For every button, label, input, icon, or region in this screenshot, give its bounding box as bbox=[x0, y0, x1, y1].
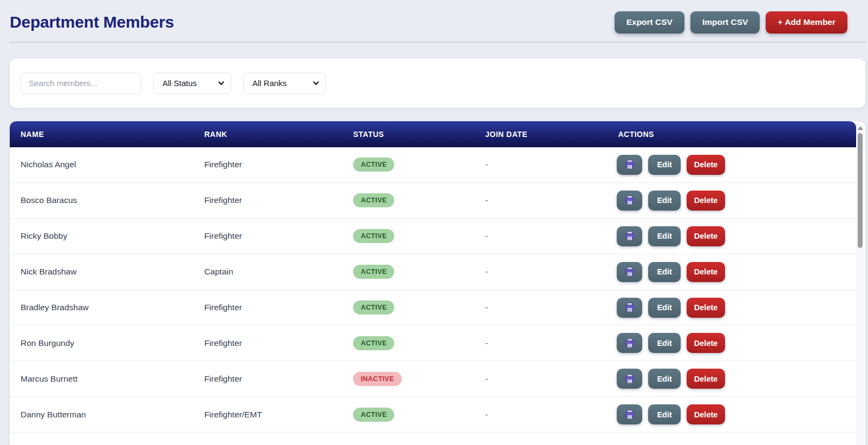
delete-button[interactable]: Delete bbox=[687, 369, 726, 389]
delete-button[interactable]: Delete bbox=[687, 262, 726, 282]
column-header-name: NAME bbox=[10, 130, 193, 139]
status-select-value: All Status bbox=[162, 78, 197, 88]
member-status-cell: ACTIVE bbox=[342, 300, 474, 315]
member-rank: Captain bbox=[193, 267, 342, 277]
printer-icon bbox=[624, 409, 635, 420]
row-actions: Edit Delete bbox=[607, 298, 856, 318]
column-header-join-date: JOIN DATE bbox=[474, 130, 607, 139]
print-button[interactable] bbox=[617, 369, 642, 389]
row-actions: Edit Delete bbox=[607, 226, 856, 246]
chevron-down-icon bbox=[218, 81, 224, 86]
print-button[interactable] bbox=[617, 262, 642, 282]
status-select[interactable]: All Status bbox=[153, 73, 231, 94]
page-header: Department Members Export CSV Import CSV… bbox=[10, 11, 865, 34]
member-rank: Firefighter bbox=[193, 338, 342, 348]
filter-bar: All Status All Ranks bbox=[10, 58, 865, 108]
print-button[interactable] bbox=[617, 333, 642, 353]
status-badge: ACTIVE bbox=[353, 158, 394, 172]
table-row: Bosco Baracus Firefighter ACTIVE - Edit … bbox=[10, 183, 856, 219]
status-badge: ACTIVE bbox=[353, 229, 394, 243]
column-header-status: STATUS bbox=[342, 130, 474, 139]
print-button[interactable] bbox=[617, 404, 642, 424]
member-join-date: - bbox=[474, 410, 607, 420]
row-actions: Edit Delete bbox=[607, 404, 856, 424]
member-status-cell: ACTIVE bbox=[342, 229, 474, 243]
export-csv-button[interactable]: Export CSV bbox=[615, 11, 684, 34]
print-button[interactable] bbox=[617, 226, 642, 246]
member-rank: Firefighter bbox=[193, 160, 342, 169]
member-name: Bosco Baracus bbox=[10, 195, 193, 205]
edit-button[interactable]: Edit bbox=[648, 404, 680, 424]
edit-button[interactable]: Edit bbox=[648, 262, 680, 282]
scroll-up-arrow-icon[interactable] bbox=[858, 126, 863, 130]
import-csv-button[interactable]: Import CSV bbox=[690, 11, 760, 34]
member-join-date: - bbox=[474, 303, 607, 312]
delete-button[interactable]: Delete bbox=[687, 333, 726, 353]
edit-button[interactable]: Edit bbox=[648, 155, 680, 175]
status-badge: ACTIVE bbox=[353, 265, 394, 279]
table-header-row: NAME RANK STATUS JOIN DATE ACTIONS bbox=[10, 121, 856, 147]
table-body: Nicholas Angel Firefighter ACTIVE - Edit… bbox=[10, 147, 856, 433]
vertical-scrollbar[interactable] bbox=[856, 122, 864, 445]
table-row: Bradley Bradshaw Firefighter ACTIVE - Ed… bbox=[10, 290, 856, 326]
table-row: Nick Bradshaw Captain ACTIVE - Edit Dele… bbox=[10, 254, 856, 290]
table-row: Danny Butterman Firefighter/EMT ACTIVE -… bbox=[10, 397, 856, 433]
delete-button[interactable]: Delete bbox=[687, 226, 726, 246]
edit-button[interactable]: Edit bbox=[648, 369, 680, 389]
delete-button[interactable]: Delete bbox=[687, 191, 726, 211]
ranks-select[interactable]: All Ranks bbox=[243, 73, 326, 94]
member-join-date: - bbox=[474, 338, 607, 348]
print-button[interactable] bbox=[617, 191, 642, 211]
status-badge: ACTIVE bbox=[353, 336, 394, 350]
scrollbar-thumb[interactable] bbox=[858, 133, 863, 248]
member-status-cell: ACTIVE bbox=[342, 408, 474, 422]
member-join-date: - bbox=[474, 231, 607, 241]
edit-button[interactable]: Edit bbox=[648, 191, 680, 211]
member-status-cell: ACTIVE bbox=[342, 193, 474, 207]
member-rank: Firefighter bbox=[193, 303, 342, 312]
member-join-date: - bbox=[474, 374, 607, 384]
printer-icon bbox=[624, 374, 635, 384]
member-join-date: - bbox=[474, 195, 607, 205]
member-name: Bradley Bradshaw bbox=[10, 303, 193, 312]
edit-button[interactable]: Edit bbox=[648, 298, 680, 318]
delete-button[interactable]: Delete bbox=[687, 404, 726, 424]
edit-button[interactable]: Edit bbox=[648, 333, 680, 353]
page-title: Department Members bbox=[10, 13, 174, 31]
status-badge: ACTIVE bbox=[353, 408, 394, 422]
row-actions: Edit Delete bbox=[607, 191, 856, 211]
delete-button[interactable]: Delete bbox=[687, 155, 726, 175]
printer-icon bbox=[624, 302, 635, 313]
status-badge: ACTIVE bbox=[353, 193, 394, 207]
table-row: Ricky Bobby Firefighter ACTIVE - Edit De… bbox=[10, 219, 856, 254]
table-row: Nicholas Angel Firefighter ACTIVE - Edit… bbox=[10, 147, 856, 183]
member-status-cell: INACTIVE bbox=[342, 372, 474, 386]
print-button[interactable] bbox=[617, 298, 642, 318]
toolbar: Export CSV Import CSV + Add Member bbox=[615, 11, 847, 34]
ranks-select-value: All Ranks bbox=[252, 78, 286, 88]
edit-button[interactable]: Edit bbox=[648, 226, 680, 246]
member-status-cell: ACTIVE bbox=[342, 265, 474, 279]
print-button[interactable] bbox=[617, 155, 642, 175]
chevron-down-icon bbox=[313, 81, 319, 86]
table-row: Ron Burgundy Firefighter ACTIVE - Edit D… bbox=[10, 325, 856, 361]
member-name: Ron Burgundy bbox=[10, 338, 193, 348]
header-divider bbox=[10, 42, 865, 43]
member-join-date: - bbox=[474, 160, 607, 169]
member-rank: Firefighter/EMT bbox=[193, 410, 342, 420]
member-name: Danny Butterman bbox=[10, 410, 193, 420]
member-rank: Firefighter bbox=[193, 195, 342, 205]
search-input[interactable] bbox=[21, 73, 141, 94]
printer-icon bbox=[624, 266, 635, 277]
table-row: Marcus Burnett Firefighter INACTIVE - Ed… bbox=[10, 361, 856, 397]
printer-icon bbox=[624, 231, 635, 241]
delete-button[interactable]: Delete bbox=[687, 298, 726, 318]
member-join-date: - bbox=[474, 267, 607, 277]
member-rank: Firefighter bbox=[193, 231, 342, 241]
member-status-cell: ACTIVE bbox=[342, 336, 474, 350]
member-rank: Firefighter bbox=[193, 374, 342, 384]
row-actions: Edit Delete bbox=[607, 333, 856, 353]
member-name: Ricky Bobby bbox=[10, 231, 193, 241]
printer-icon bbox=[624, 195, 635, 206]
add-member-button[interactable]: + Add Member bbox=[766, 11, 847, 34]
